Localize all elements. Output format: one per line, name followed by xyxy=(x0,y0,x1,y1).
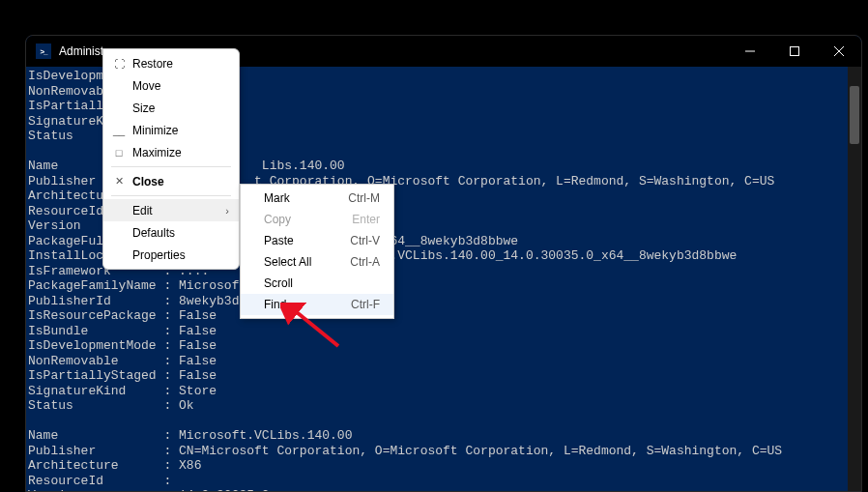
menu-minimize[interactable]: __ Minimize xyxy=(103,119,239,141)
menu-move[interactable]: Move xyxy=(103,74,239,97)
maximize-button[interactable] xyxy=(772,36,817,67)
accelerator: Ctrl-F xyxy=(351,298,380,311)
menu-label: Minimize xyxy=(129,124,229,137)
menu-label: Properties xyxy=(129,248,229,262)
menu-defaults[interactable]: Defaults xyxy=(103,221,239,244)
close-icon: ✕ xyxy=(109,175,129,188)
submenu-copy: Copy Enter xyxy=(241,209,393,230)
minimize-button[interactable] xyxy=(728,36,772,67)
menu-separator xyxy=(111,166,231,167)
submenu-label: Find... xyxy=(264,298,351,311)
scrollbar[interactable] xyxy=(848,67,861,491)
accelerator: Ctrl-A xyxy=(350,255,380,269)
menu-label: Maximize xyxy=(129,146,229,159)
menu-label: Edit xyxy=(129,204,225,217)
close-button[interactable] xyxy=(817,36,861,67)
menu-close[interactable]: ✕ Close xyxy=(103,170,239,192)
submenu-scroll[interactable]: Scroll xyxy=(241,273,393,294)
submenu-label: Scroll xyxy=(264,276,380,290)
app-icon[interactable] xyxy=(36,43,51,59)
edit-submenu: Mark Ctrl-M Copy Enter Paste Ctrl-V Sele… xyxy=(240,184,394,319)
maximize-icon: □ xyxy=(109,147,129,159)
submenu-label: Mark xyxy=(264,191,348,205)
accelerator: Ctrl-M xyxy=(348,191,380,205)
menu-label: Size xyxy=(129,101,229,115)
submenu-label: Paste xyxy=(264,234,350,247)
accelerator: Ctrl-V xyxy=(350,234,380,247)
system-context-menu: ⛶ Restore Move Size __ Minimize □ Maximi… xyxy=(102,48,240,270)
menu-edit[interactable]: Edit › xyxy=(103,199,239,221)
menu-separator xyxy=(111,195,231,196)
accelerator: Enter xyxy=(352,213,380,226)
menu-size[interactable]: Size xyxy=(103,97,239,119)
submenu-find[interactable]: Find... Ctrl-F xyxy=(241,294,393,315)
menu-restore[interactable]: ⛶ Restore xyxy=(103,52,239,74)
submenu-mark[interactable]: Mark Ctrl-M xyxy=(241,188,393,209)
menu-properties[interactable]: Properties xyxy=(103,244,239,266)
minimize-icon: __ xyxy=(109,125,129,136)
scroll-thumb[interactable] xyxy=(850,86,859,144)
menu-label: Defaults xyxy=(129,226,229,240)
submenu-select-all[interactable]: Select All Ctrl-A xyxy=(241,251,393,273)
chevron-right-icon: › xyxy=(225,205,229,217)
submenu-label: Select All xyxy=(264,255,350,269)
window-title: Administr xyxy=(59,44,107,58)
menu-label: Restore xyxy=(129,57,229,71)
submenu-paste[interactable]: Paste Ctrl-V xyxy=(241,230,393,251)
restore-icon: ⛶ xyxy=(109,58,129,70)
svg-rect-1 xyxy=(791,47,799,56)
menu-maximize[interactable]: □ Maximize xyxy=(103,141,239,163)
submenu-label: Copy xyxy=(264,213,352,226)
menu-label: Move xyxy=(129,79,229,93)
menu-label: Close xyxy=(129,175,229,188)
